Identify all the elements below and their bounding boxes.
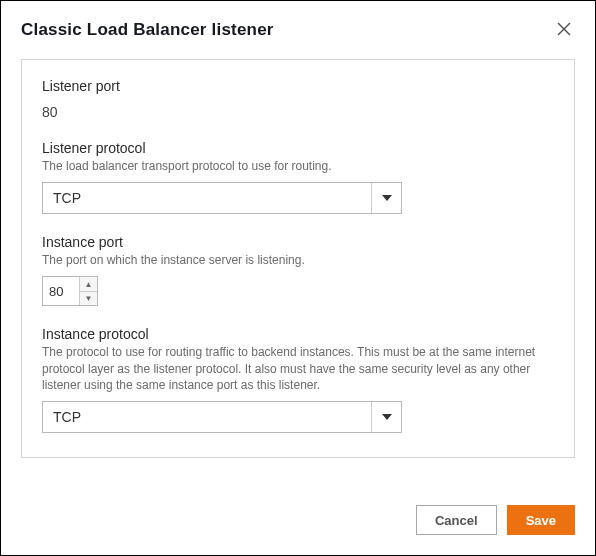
svg-marker-3: [382, 414, 392, 420]
listener-protocol-selected: TCP: [53, 190, 81, 206]
instance-protocol-selected: TCP: [53, 409, 81, 425]
listener-protocol-label: Listener protocol: [42, 140, 554, 156]
chevron-down-icon: [371, 402, 401, 432]
dialog-title: Classic Load Balancer listener: [21, 20, 274, 40]
stepper-up-icon[interactable]: ▲: [80, 277, 97, 291]
dialog: Classic Load Balancer listener Listener …: [1, 1, 595, 555]
instance-port-input[interactable]: [43, 277, 79, 305]
dialog-header: Classic Load Balancer listener: [21, 19, 575, 41]
save-button[interactable]: Save: [507, 505, 575, 535]
listener-port-label: Listener port: [42, 78, 554, 94]
form-panel: Listener port 80 Listener protocol The l…: [21, 59, 575, 458]
field-listener-protocol: Listener protocol The load balancer tran…: [42, 140, 554, 214]
listener-port-value: 80: [42, 104, 554, 120]
instance-port-description: The port on which the instance server is…: [42, 252, 554, 268]
instance-protocol-label: Instance protocol: [42, 326, 554, 342]
stepper-controls: ▲ ▼: [79, 277, 97, 305]
field-listener-port: Listener port 80: [42, 78, 554, 120]
field-instance-port: Instance port The port on which the inst…: [42, 234, 554, 306]
dialog-footer: Cancel Save: [21, 505, 575, 535]
listener-protocol-description: The load balancer transport protocol to …: [42, 158, 554, 174]
instance-protocol-description: The protocol to use for routing traffic …: [42, 344, 554, 393]
instance-port-label: Instance port: [42, 234, 554, 250]
instance-protocol-select[interactable]: TCP: [42, 401, 402, 433]
stepper-down-icon[interactable]: ▼: [80, 291, 97, 306]
cancel-button[interactable]: Cancel: [416, 505, 497, 535]
listener-protocol-select[interactable]: TCP: [42, 182, 402, 214]
field-instance-protocol: Instance protocol The protocol to use fo…: [42, 326, 554, 433]
chevron-down-icon: [371, 183, 401, 213]
close-icon[interactable]: [553, 19, 575, 41]
svg-marker-2: [382, 195, 392, 201]
instance-port-stepper[interactable]: ▲ ▼: [42, 276, 98, 306]
